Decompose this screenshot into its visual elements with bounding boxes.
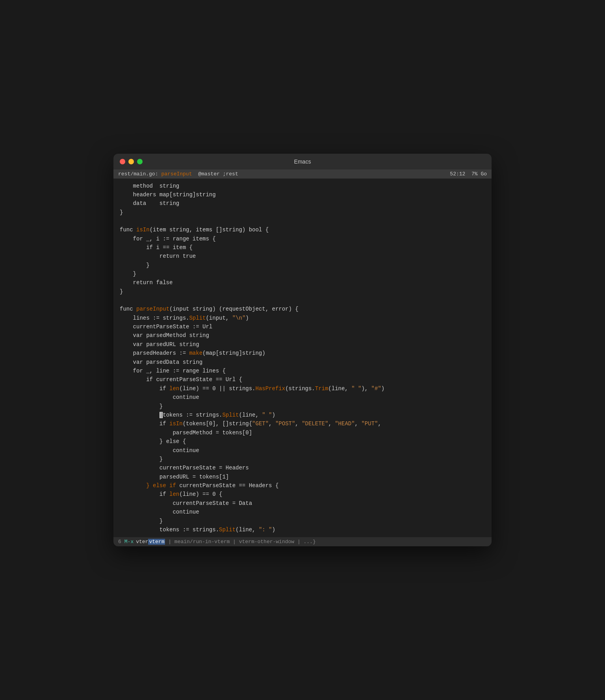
mode-file: rest/main.go:: [118, 171, 158, 177]
title-bar: Emacs: [113, 154, 492, 169]
code-line: var parsedData string: [113, 358, 492, 367]
code-line: func isIn(item string, items []string) b…: [113, 225, 492, 234]
code-line: return false: [113, 278, 492, 287]
minibuf-completion[interactable]: vterm: [148, 539, 165, 545]
code-line: currentParseState = Headers: [113, 464, 492, 472]
code-line: }: [113, 455, 492, 464]
code-line: return true: [113, 252, 492, 261]
code-line: [113, 296, 492, 305]
minimize-button[interactable]: [128, 159, 134, 164]
code-line: parsedURL = tokens[1]: [113, 473, 492, 481]
code-line: }: [113, 517, 492, 525]
code-line: lines := strings.Split(input, "\n"): [113, 314, 492, 322]
code-line: } else {: [113, 437, 492, 446]
code-line: continue: [113, 446, 492, 455]
code-line: data string: [113, 199, 492, 208]
code-line: var parsedURL string: [113, 340, 492, 349]
code-line: headers map[string]string: [113, 190, 492, 199]
minibuffer[interactable]: 6 M-x vtervterm | meain/run-in-vterm | v…: [113, 537, 492, 546]
maximize-button[interactable]: [137, 159, 143, 164]
mode-branch: @master ;rest: [195, 171, 238, 177]
code-line: }: [113, 208, 492, 217]
code-line: if isIn(tokens[0], []string{"GET", "POST…: [113, 419, 492, 428]
code-line: parsedMethod = tokens[0]: [113, 428, 492, 437]
code-line: [113, 217, 492, 225]
code-line: }: [113, 261, 492, 270]
code-line: method string: [113, 182, 492, 190]
minibuf-input: vtervterm | meain/run-in-vterm | vterm-o…: [136, 539, 316, 545]
window-title: Emacs: [294, 158, 311, 165]
code-line: currentParseState = Data: [113, 499, 492, 508]
code-line: var parsedMethod string: [113, 331, 492, 340]
mode-func: parseInput: [161, 171, 192, 177]
minibuf-options: | meain/run-in-vterm | vterm-other-windo…: [165, 539, 315, 545]
emacs-window: Emacs rest/main.go:parseInput @master ;r…: [113, 154, 492, 547]
traffic-lights: [120, 159, 143, 164]
mode-line: rest/main.go:parseInput @master ;rest 52…: [113, 169, 492, 179]
code-line: if i == item {: [113, 243, 492, 252]
code-line: for _, line := range lines {: [113, 367, 492, 375]
mode-line-left: rest/main.go:parseInput @master ;rest: [118, 171, 238, 177]
line-number: 6: [118, 539, 121, 545]
minibuf-prompt: M-x: [124, 539, 134, 545]
code-line: func parseInput(input string) (requestOb…: [113, 305, 492, 313]
code-line: }: [113, 270, 492, 278]
code-line: if len(line) == 0 {: [113, 490, 492, 499]
code-line: }: [113, 287, 492, 296]
code-line: currentParseState := Url: [113, 322, 492, 331]
mode-right: 52:12 7% Go: [450, 171, 487, 177]
code-line: if len(line) == 0 || strings.HasPrefix(s…: [113, 384, 492, 393]
code-line: tokens := strings.Split(line, ": "): [113, 525, 492, 534]
code-line: }: [113, 402, 492, 411]
close-button[interactable]: [120, 159, 125, 164]
code-line: for _, i := range items {: [113, 235, 492, 243]
code-line: continue: [113, 508, 492, 516]
code-line: } else if currentParseState == Headers {: [113, 481, 492, 490]
code-line: parsedHeaders := make(map[string]string): [113, 349, 492, 357]
code-line: if currentParseState == Url {: [113, 375, 492, 384]
code-line: continue: [113, 393, 492, 402]
code-editor[interactable]: method string headers map[string]string …: [113, 179, 492, 538]
code-line: |tokens := strings.Split(line, " "): [113, 411, 492, 419]
